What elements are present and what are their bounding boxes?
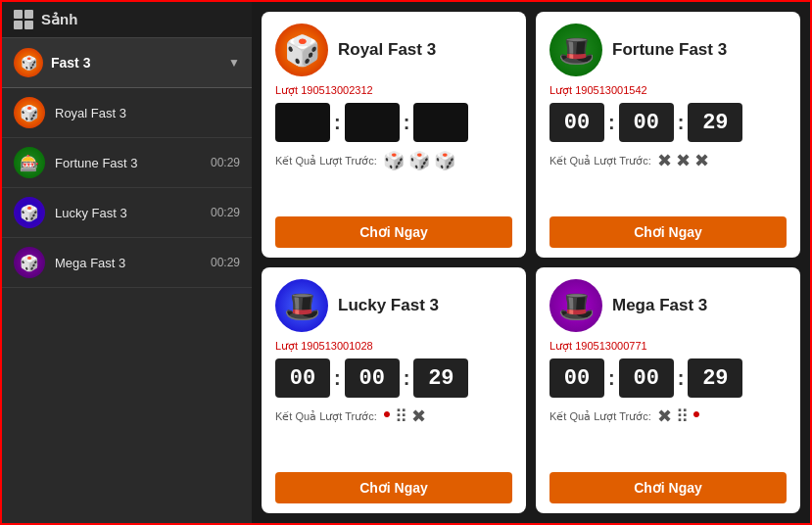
card-fortune-header: 🎩 Fortune Fast 3 (549, 24, 787, 76)
card-royal-play-button[interactable]: Chơi Ngay (275, 216, 512, 248)
royal-die-2: 🎲 (408, 150, 430, 171)
card-mega-result: Kết Quả Lượt Trước: ✖ ⠿ ● (549, 406, 787, 427)
card-fortune-title: Fortune Fast 3 (612, 40, 727, 60)
fortune-timer-h: 00 (549, 103, 604, 142)
card-lucky-play-button[interactable]: Chơi Ngay (275, 472, 512, 503)
royal-die-3: 🎲 (434, 150, 455, 171)
card-lucky-result: Kết Quả Lượt Trước: ● ⠿ ✖ (275, 406, 512, 427)
mega-die-2: ⠿ (676, 406, 689, 427)
sidebar-item-lucky-label: Lucky Fast 3 (55, 206, 201, 220)
fortune-dice: ✖ ✖ ✖ (657, 150, 709, 171)
lucky-die-2: ⠿ (395, 406, 407, 427)
fast3-menu-icon: 🎲 (14, 48, 43, 77)
sidebar: Sảnh 🎲 Fast 3 ▼ 🎲 Royal Fast 3 🎰 Fortune… (2, 2, 252, 523)
card-fortune-result-label: Kết Quả Lượt Trước: (549, 155, 651, 167)
sidebar-item-mega[interactable]: 🎲 Mega Fast 3 00:29 (2, 238, 252, 288)
card-mega-result-label: Kết Quả Lượt Trước: (549, 410, 651, 423)
fortune-die-3: ✖ (694, 150, 709, 171)
sidebar-item-fortune-time: 00:29 (211, 156, 240, 169)
card-royal-result: Kết Quả Lượt Trước: 🎲 🎲 🎲 (275, 150, 512, 171)
lucky-dice: ● ⠿ ✖ (383, 406, 426, 427)
card-royal-timer: : : (275, 103, 512, 142)
card-lucky-round: Lượt 190513001028 (275, 340, 512, 353)
card-royal-result-label: Kết Quả Lượt Trước: (275, 155, 377, 167)
card-mega-title: Mega Fast 3 (612, 296, 707, 315)
fortune-icon: 🎰 (14, 147, 45, 178)
card-fortune-result: Kết Quả Lượt Trước: ✖ ✖ ✖ (549, 150, 787, 171)
chevron-down-icon: ▼ (228, 56, 240, 70)
fast3-menu[interactable]: 🎲 Fast 3 ▼ (2, 38, 252, 88)
card-royal-icon: 🎲 (275, 24, 328, 76)
sidebar-item-lucky[interactable]: 🎲 Lucky Fast 3 00:29 (2, 188, 252, 238)
card-royal: 🎲 Royal Fast 3 Lượt 190513002312 : : Kết… (262, 12, 526, 258)
mega-timer-m: 00 (619, 358, 674, 398)
royal-die-1: 🎲 (383, 150, 405, 171)
card-lucky-icon: 🎩 (275, 279, 328, 332)
fortune-die-1: ✖ (657, 150, 672, 171)
lucky-timer-s: 29 (413, 358, 468, 398)
royal-icon: 🎲 (14, 97, 45, 128)
lucky-timer-m: 00 (345, 358, 400, 398)
card-fortune-icon: 🎩 (549, 24, 602, 76)
fast3-menu-label: Fast 3 (51, 55, 220, 71)
sidebar-item-fortune-label: Fortune Fast 3 (55, 156, 201, 170)
fortune-timer-s: 29 (688, 103, 742, 142)
card-lucky-title: Lucky Fast 3 (338, 296, 439, 315)
sidebar-item-mega-label: Mega Fast 3 (55, 256, 201, 270)
sidebar-item-fortune[interactable]: 🎰 Fortune Fast 3 00:29 (2, 138, 252, 188)
card-lucky: 🎩 Lucky Fast 3 Lượt 190513001028 00 : 00… (262, 267, 526, 513)
lucky-die-1: ● (383, 406, 391, 427)
lucky-icon: 🎲 (14, 197, 45, 228)
card-mega-timer: 00 : 00 : 29 (549, 358, 787, 398)
card-lucky-timer: 00 : 00 : 29 (275, 358, 512, 398)
mega-timer-h: 00 (549, 358, 604, 398)
sidebar-header-title: Sảnh (41, 11, 77, 28)
card-fortune: 🎩 Fortune Fast 3 Lượt 190513001542 00 : … (536, 12, 800, 258)
sidebar-header: Sảnh (2, 2, 252, 38)
card-lucky-header: 🎩 Lucky Fast 3 (275, 279, 512, 332)
royal-dice: 🎲 🎲 🎲 (383, 150, 455, 171)
mega-dice: ✖ ⠿ ● (657, 406, 700, 427)
fortune-die-2: ✖ (676, 150, 691, 171)
grid-icon (14, 10, 33, 29)
lucky-timer-h: 00 (275, 358, 330, 398)
sidebar-item-mega-time: 00:29 (211, 256, 240, 269)
royal-timer-s (413, 103, 468, 142)
card-fortune-play-button[interactable]: Chơi Ngay (549, 216, 787, 248)
card-royal-header: 🎲 Royal Fast 3 (275, 24, 512, 76)
card-fortune-timer: 00 : 00 : 29 (549, 103, 787, 142)
card-fortune-round: Lượt 190513001542 (549, 84, 787, 97)
main-content: 🎲 Royal Fast 3 Lượt 190513002312 : : Kết… (252, 2, 810, 523)
sidebar-item-royal[interactable]: 🎲 Royal Fast 3 (2, 88, 252, 138)
card-royal-round: Lượt 190513002312 (275, 84, 512, 97)
card-mega-round: Lượt 190513000771 (549, 340, 787, 353)
mega-die-3: ● (693, 406, 700, 427)
mega-icon: 🎲 (14, 247, 45, 278)
royal-timer-m (345, 103, 400, 142)
card-lucky-result-label: Kết Quả Lượt Trước: (275, 410, 377, 423)
royal-timer-h (275, 103, 330, 142)
card-mega-icon: 🎩 (549, 279, 602, 332)
mega-timer-s: 29 (688, 358, 742, 398)
sidebar-item-lucky-time: 00:29 (211, 206, 240, 219)
fortune-timer-m: 00 (619, 103, 674, 142)
card-royal-title: Royal Fast 3 (338, 40, 436, 60)
mega-die-1: ✖ (657, 406, 672, 427)
sidebar-item-royal-label: Royal Fast 3 (55, 106, 230, 120)
card-mega-play-button[interactable]: Chơi Ngay (549, 472, 787, 503)
lucky-die-3: ✖ (411, 406, 426, 427)
card-mega-header: 🎩 Mega Fast 3 (549, 279, 787, 332)
card-mega: 🎩 Mega Fast 3 Lượt 190513000771 00 : 00 … (536, 267, 800, 513)
